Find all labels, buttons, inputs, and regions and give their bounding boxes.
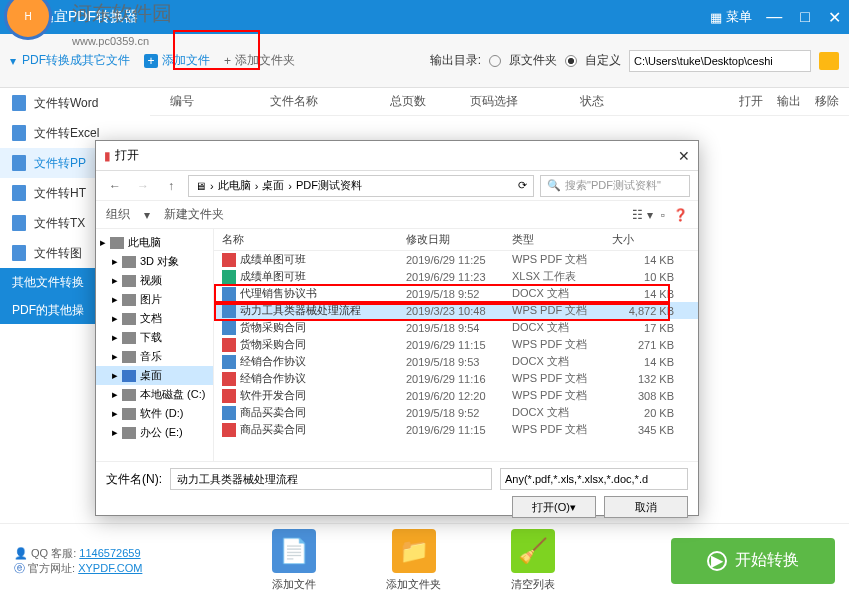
doc-icon (12, 155, 26, 171)
tree-item[interactable]: ▸文档 (96, 309, 213, 328)
tree-item[interactable]: ▸办公 (E:) (96, 423, 213, 442)
file-row[interactable]: 经销合作协议2019/6/29 11:16WPS PDF 文档132 KB (214, 370, 698, 387)
sidebar-item-word[interactable]: 文件转Word (0, 88, 150, 118)
filename-label: 文件名(N): (106, 471, 162, 488)
forward-button[interactable]: → (132, 175, 154, 197)
tree-item[interactable]: ▸音乐 (96, 347, 213, 366)
tree-item[interactable]: ▸软件 (D:) (96, 404, 213, 423)
pdf-icon: ▮ (104, 149, 111, 163)
start-button[interactable]: ▶ 开始转换 (671, 538, 835, 584)
file-row[interactable]: 动力工具类器械处理流程2019/3/23 10:48WPS PDF 文档4,87… (214, 302, 698, 319)
tree-item[interactable]: ▸桌面 (96, 366, 213, 385)
search-icon: 🔍 (547, 179, 561, 192)
file-row[interactable]: 代理销售协议书2019/5/18 9:52DOCX 文档14 KB (214, 285, 698, 302)
dialog-title: ▮ 打开 ✕ (96, 141, 698, 171)
dialog-toolbar: 组织▾ 新建文件夹 ☷ ▾ ▫ ❓ (96, 201, 698, 229)
plus-icon: + (144, 54, 158, 68)
doc-icon (12, 95, 26, 111)
menu-button[interactable]: ▦ 菜单 (710, 8, 752, 26)
output-path-input[interactable] (629, 50, 811, 72)
file-row[interactable]: 货物采购合同2019/6/29 11:15WPS PDF 文档271 KB (214, 336, 698, 353)
file-row[interactable]: 经销合作协议2019/5/18 9:53DOCX 文档14 KB (214, 353, 698, 370)
preview-icon[interactable]: ▫ (661, 208, 665, 222)
col-size[interactable]: 大小 (612, 232, 698, 247)
qq-link[interactable]: 1146572659 (79, 547, 140, 559)
doc-icon (12, 215, 26, 231)
dialog-nav: ← → ↑ 🖥 ›此电脑 ›桌面 ›PDF测试资料 ⟳ 🔍 搜索"PDF测试资料… (96, 171, 698, 201)
contact-info: 👤 QQ 客服: 1146572659 ⓔ 官方网址: XYPDF.COM (14, 546, 142, 576)
bottom-bar: 👤 QQ 客服: 1146572659 ⓔ 官方网址: XYPDF.COM 📄 … (0, 523, 849, 597)
filename-input[interactable] (170, 468, 492, 490)
file-row[interactable]: 商品买卖合同2019/6/29 11:15WPS PDF 文档345 KB (214, 421, 698, 438)
new-folder-button[interactable]: 新建文件夹 (164, 206, 224, 223)
tree-item[interactable]: ▸下载 (96, 328, 213, 347)
file-list: 名称 修改日期 类型 大小 成绩单图可班2019/6/29 11:25WPS P… (214, 229, 698, 461)
close-button[interactable]: ✕ (828, 8, 841, 27)
doc-icon (12, 185, 26, 201)
highlight-box (173, 30, 260, 70)
dialog-close-button[interactable]: ✕ (678, 148, 690, 164)
refresh-icon[interactable]: ⟳ (518, 179, 527, 192)
folder-tree: ▸此电脑▸3D 对象▸视频▸图片▸文档▸下载▸音乐▸桌面▸本地磁盘 (C:)▸软… (96, 229, 214, 461)
ie-icon: ⓔ (14, 562, 25, 574)
site-link[interactable]: XYPDF.COM (78, 562, 142, 574)
output-label: 输出目录: (430, 52, 481, 69)
col-type[interactable]: 类型 (512, 232, 612, 247)
play-icon: ▶ (707, 551, 727, 571)
active-tab[interactable]: ▾PDF转换成其它文件 (10, 52, 130, 69)
doc-icon (12, 245, 26, 261)
radio-custom[interactable] (565, 55, 577, 67)
cancel-button[interactable]: 取消 (604, 496, 688, 518)
up-button[interactable]: ↑ (160, 175, 182, 197)
th-output: 输出 (777, 93, 801, 110)
breadcrumb[interactable]: 🖥 ›此电脑 ›桌面 ›PDF测试资料 ⟳ (188, 175, 534, 197)
arrow-down-icon: ▾ (10, 54, 16, 68)
radio-original[interactable] (489, 55, 501, 67)
add-folder-action[interactable]: 📁 添加文件夹 (386, 529, 441, 592)
minimize-button[interactable]: — (766, 8, 782, 27)
filter-select[interactable] (500, 468, 688, 490)
open-button[interactable]: 打开(O) ▾ (512, 496, 596, 518)
maximize-button[interactable]: □ (800, 8, 810, 27)
clear-action[interactable]: 🧹 清空列表 (511, 529, 555, 592)
help-icon[interactable]: ❓ (673, 208, 688, 222)
tree-item[interactable]: ▸视频 (96, 271, 213, 290)
th-name: 文件名称 (270, 93, 390, 110)
add-file-action[interactable]: 📄 添加文件 (272, 529, 316, 592)
back-button[interactable]: ← (104, 175, 126, 197)
file-row[interactable]: 软件开发合同2019/6/20 12:20WPS PDF 文档308 KB (214, 387, 698, 404)
view-icon[interactable]: ☷ ▾ (632, 208, 652, 222)
file-row[interactable]: 成绩单图可班2019/6/29 11:23XLSX 工作表10 KB (214, 268, 698, 285)
col-name[interactable]: 名称 (214, 232, 406, 247)
search-input[interactable]: 🔍 搜索"PDF测试资料" (540, 175, 690, 197)
pc-icon: 🖥 (195, 180, 206, 192)
grid-icon: ▦ (710, 10, 722, 25)
th-range: 页码选择 (470, 93, 580, 110)
th-pages: 总页数 (390, 93, 470, 110)
organize-button[interactable]: 组织 (106, 206, 130, 223)
th-open: 打开 (739, 93, 763, 110)
file-row[interactable]: 商品买卖合同2019/5/18 9:52DOCX 文档20 KB (214, 404, 698, 421)
open-dialog: ▮ 打开 ✕ ← → ↑ 🖥 ›此电脑 ›桌面 ›PDF测试资料 ⟳ 🔍 搜索"… (95, 140, 699, 516)
file-row[interactable]: 成绩单图可班2019/6/29 11:25WPS PDF 文档14 KB (214, 251, 698, 268)
th-status: 状态 (580, 93, 680, 110)
folder-plus-icon: 📁 (392, 529, 436, 573)
file-row[interactable]: 货物采购合同2019/5/18 9:54DOCX 文档17 KB (214, 319, 698, 336)
tree-item[interactable]: ▸图片 (96, 290, 213, 309)
doc-icon (12, 125, 26, 141)
tree-item[interactable]: ▸此电脑 (96, 233, 213, 252)
tree-item[interactable]: ▸本地磁盘 (C:) (96, 385, 213, 404)
th-number: 编号 (170, 93, 270, 110)
tree-item[interactable]: ▸3D 对象 (96, 252, 213, 271)
dialog-footer: 文件名(N): 打开(O) ▾ 取消 (96, 461, 698, 524)
qq-icon: 👤 (14, 547, 28, 559)
th-remove: 移除 (815, 93, 839, 110)
file-plus-icon: 📄 (272, 529, 316, 573)
col-date[interactable]: 修改日期 (406, 232, 512, 247)
watermark: 河东软件园 www.pc0359.cn (72, 0, 172, 50)
broom-icon: 🧹 (511, 529, 555, 573)
folder-icon[interactable] (819, 52, 839, 70)
